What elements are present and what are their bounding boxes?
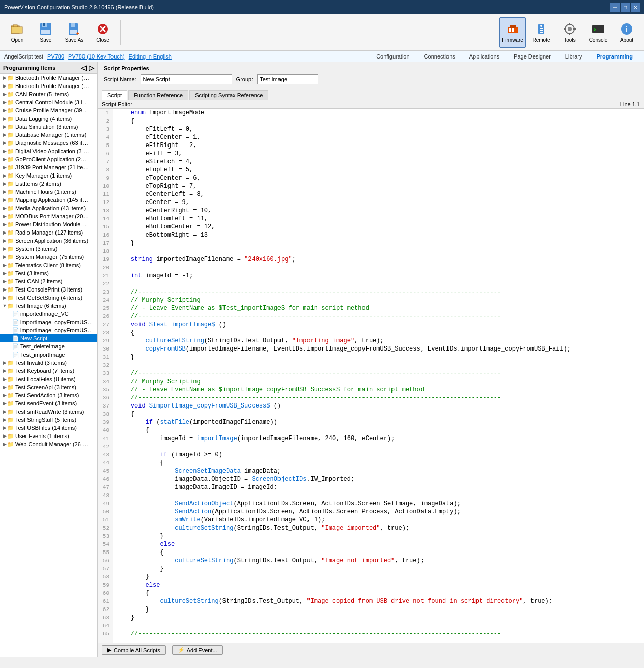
compile-button[interactable]: ▶ Compile All Scripts xyxy=(102,645,166,655)
code-line: // Murphy Scripting xyxy=(116,377,641,386)
touch-link[interactable]: PV780 (10-Key Touch) xyxy=(68,53,124,60)
script-properties: Script Properties Script Name: Group: xyxy=(98,62,644,88)
tree-expand-icon: ▶ xyxy=(2,376,7,382)
line-number: 14 xyxy=(101,215,109,223)
nav-applications[interactable]: Applications xyxy=(462,52,507,61)
device-link[interactable]: PV780 xyxy=(47,53,64,60)
tree-item-label: Test sendEvent (3 items) xyxy=(15,400,77,406)
tree-item[interactable]: ▶📁Test Keyboard (7 items) xyxy=(0,367,97,375)
tree-item-label: Machine Hours (1 items) xyxy=(15,189,76,195)
tree-item[interactable]: ▶📁Power Distribution Module Manag xyxy=(0,220,97,228)
tree-item-label: System Manager (75 items) xyxy=(15,254,84,260)
save-button[interactable]: Save xyxy=(33,17,59,48)
nav-configuration[interactable]: Configuration xyxy=(369,52,416,61)
editing-link[interactable]: Editing in English xyxy=(129,53,172,60)
tree-item[interactable]: ▶📁Test USBFiles (14 items) xyxy=(0,424,97,432)
tree-item[interactable]: ▶📁Bluetooth Profile Manager (M2) (2 xyxy=(0,82,97,90)
minimize-button[interactable]: ─ xyxy=(610,3,620,12)
tree-item[interactable]: ▶📁Cruise Profile Manager (39 items) xyxy=(0,106,97,114)
tree-item[interactable]: ▶📁Test Invalid (3 items) xyxy=(0,359,97,367)
tree-item[interactable]: ▶📁System (3 items) xyxy=(0,245,97,253)
tree-item[interactable]: 📄importImage_copyFromUSB_Suc xyxy=(0,326,97,334)
tree-expand-icon: ▶ xyxy=(2,181,7,186)
tree-item[interactable]: 📄importImage_copyFromUSB_Fail xyxy=(0,318,97,326)
tree-item[interactable]: ▶📁CAN Router (5 items) xyxy=(0,90,97,98)
tree-item[interactable]: ▶📁Machine Hours (1 items) xyxy=(0,188,97,196)
line-number: 34 xyxy=(101,377,109,386)
tree-item[interactable]: ▶📁Test (3 items) xyxy=(0,269,97,277)
tree-item-label: Diagnostic Messages (63 items) xyxy=(15,140,89,146)
nav-programming[interactable]: Programming xyxy=(589,52,640,61)
remote-button[interactable]: Remote xyxy=(528,17,554,48)
tree-item[interactable]: ▶📁User Events (1 items) xyxy=(0,432,97,440)
code-content[interactable]: enum ImportImageMode { eFitLeft = 0, eFi… xyxy=(113,109,644,643)
tree-item[interactable]: ▶📁Test CAN (2 items) xyxy=(0,277,97,285)
open-button[interactable]: Open xyxy=(4,17,31,48)
tree-item[interactable]: ▶📁Database Manager (1 items) xyxy=(0,131,97,139)
nav-connections[interactable]: Connections xyxy=(417,52,462,61)
about-button[interactable]: i About xyxy=(613,17,640,48)
save-as-button[interactable]: + Save As xyxy=(61,17,88,48)
maximize-button[interactable]: □ xyxy=(621,3,630,12)
tree-item[interactable]: 📄Test_importImage xyxy=(0,351,97,359)
tree-item[interactable]: ▶📁Key Manager (1 items) xyxy=(0,171,97,180)
tree-item[interactable]: ▶📁Test StringStuff (5 items) xyxy=(0,416,97,424)
console-button[interactable]: >_ Console xyxy=(585,17,611,48)
tree-item[interactable]: ▶📁Digital Video Application (3 items) xyxy=(0,147,97,155)
line-number: 11 xyxy=(101,190,109,198)
tree-item[interactable]: ▶📁J1939 Port Manager (21 items) xyxy=(0,163,97,171)
tree-item-label: Data Simulation (3 items) xyxy=(15,124,78,130)
tree-item[interactable]: ▶📁Mapping Application (145 items) xyxy=(0,196,97,204)
folder-icon: 📁 xyxy=(7,139,14,147)
tree-item[interactable]: ▶📁Data Simulation (3 items) xyxy=(0,123,97,131)
tree-item[interactable]: ▶📁Radio Manager (127 items) xyxy=(0,228,97,237)
tree-item[interactable]: ▶📁ListItems (2 items) xyxy=(0,180,97,188)
tree-item[interactable]: ▶📁Test ScreenApi (3 items) xyxy=(0,383,97,391)
tree-item[interactable]: ▶📁MODBus Port Manager (20 items) xyxy=(0,212,97,220)
tree-item[interactable]: ▶📁Test ConsolePrint (3 items) xyxy=(0,285,97,294)
tab-function-reference[interactable]: Function Reference xyxy=(128,90,188,100)
tree-item[interactable]: ▶📁Diagnostic Messages (63 items) xyxy=(0,139,97,147)
close-button-toolbar[interactable]: Close xyxy=(90,17,116,48)
line-number: 21 xyxy=(101,272,109,280)
folder-icon: 📁 xyxy=(7,82,14,90)
tree-item[interactable]: ▶📁Test GetSetString (4 items) xyxy=(0,294,97,302)
tree-item-label: Data Logging (4 items) xyxy=(15,115,72,122)
script-icon: 📄 xyxy=(12,335,19,342)
line-number: 1 xyxy=(101,109,109,117)
tree-item[interactable]: ▶📁GoProClient Application (21 items) xyxy=(0,155,97,163)
script-name-input[interactable] xyxy=(141,74,232,84)
line-number: 59 xyxy=(101,581,109,589)
tree-item[interactable]: ▶📁Test SendAction (3 items) xyxy=(0,391,97,399)
close-button[interactable]: ✕ xyxy=(631,3,640,12)
add-event-button[interactable]: ⚡ Add Event... xyxy=(172,645,223,655)
folder-icon: 📁 xyxy=(7,237,14,244)
nav-page-designer[interactable]: Page Designer xyxy=(507,52,558,61)
group-input[interactable] xyxy=(257,74,318,84)
tree-item[interactable]: ▶📁Data Logging (4 items) xyxy=(0,114,97,123)
tab-script[interactable]: Script xyxy=(102,90,127,100)
svg-text:i: i xyxy=(625,25,627,34)
code-line: enum ImportImageMode xyxy=(116,109,641,117)
tree-item[interactable]: 📄Test_deleteImage xyxy=(0,342,97,351)
tree-item[interactable]: ▶📁Telematics Client (8 items) xyxy=(0,261,97,269)
tools-button[interactable]: Tools xyxy=(556,17,583,48)
script-icon: 📄 xyxy=(12,327,19,334)
tree-item[interactable]: ▶📁Central Control Module (3 items) xyxy=(0,98,97,106)
tree-item[interactable]: ▶📁Test sendEvent (3 items) xyxy=(0,399,97,408)
tree-item[interactable]: ▶📁System Manager (75 items) xyxy=(0,253,97,261)
tab-scripting-syntax[interactable]: Scripting Syntax Reference xyxy=(189,90,268,100)
tree-expand-icon: ▶ xyxy=(2,360,7,365)
tree-item[interactable]: 📄importedImage_VC xyxy=(0,310,97,318)
tree-item[interactable]: ▶📁Test smReadWrite (3 items) xyxy=(0,408,97,416)
sidebar-nav-icons[interactable]: ◁ ▷ xyxy=(81,64,94,72)
tree-item[interactable]: 📄New Script xyxy=(0,334,97,342)
nav-library[interactable]: Library xyxy=(558,52,590,61)
firmware-button[interactable]: Firmware xyxy=(499,17,526,48)
tree-item[interactable]: ▶📁Media Application (43 items) xyxy=(0,204,97,212)
tree-item[interactable]: ▶📁Screen Application (36 items) xyxy=(0,237,97,245)
tree-item[interactable]: ▶📁Test LocalFiles (8 items) xyxy=(0,375,97,383)
tree-item[interactable]: ▶📁Web Conduit Manager (26 items) xyxy=(0,440,97,448)
tree-item[interactable]: ▶📁Bluetooth Profile Manager (35 item xyxy=(0,74,97,82)
tree-item[interactable]: ▼📁Test Image (6 items) xyxy=(0,302,97,310)
